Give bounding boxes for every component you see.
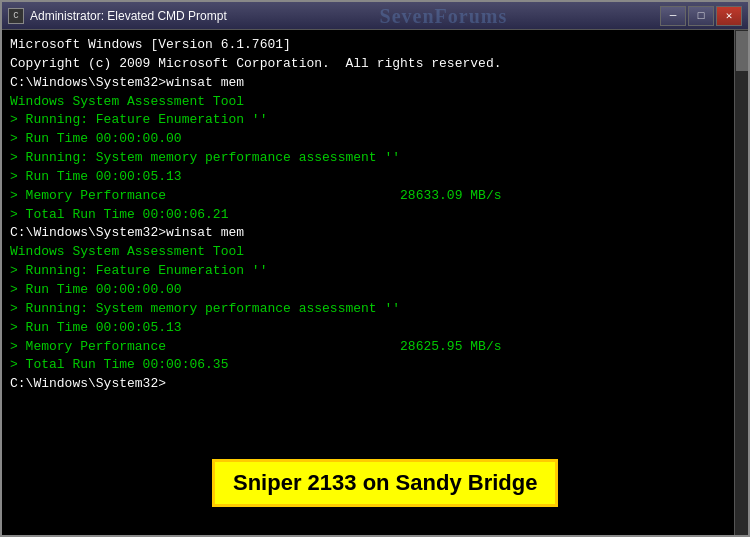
cmd-icon: C: [8, 8, 24, 24]
terminal-line: C:\Windows\System32>winsat mem: [10, 74, 740, 93]
maximize-button[interactable]: □: [688, 6, 714, 26]
terminal-line: Microsoft Windows [Version 6.1.7601]: [10, 36, 740, 55]
watermark: SevenForums: [380, 3, 508, 29]
close-button[interactable]: ✕: [716, 6, 742, 26]
main-window: C Administrator: Elevated CMD Prompt Sev…: [0, 0, 750, 537]
terminal-line: > Memory Performance 28625.95 MB/s: [10, 338, 740, 357]
terminal-line: > Total Run Time 00:00:06.35: [10, 356, 740, 375]
terminal-line: > Run Time 00:00:00.00: [10, 130, 740, 149]
terminal-line: Copyright (c) 2009 Microsoft Corporation…: [10, 55, 740, 74]
terminal-output: Microsoft Windows [Version 6.1.7601]Copy…: [10, 36, 740, 394]
terminal-line: C:\Windows\System32>: [10, 375, 740, 394]
terminal-line: > Running: Feature Enumeration '': [10, 262, 740, 281]
sniper-label: Sniper 2133 on Sandy Bridge: [212, 459, 558, 507]
title-bar-left: C Administrator: Elevated CMD Prompt: [8, 8, 227, 24]
terminal-body: Microsoft Windows [Version 6.1.7601]Copy…: [2, 30, 748, 535]
terminal-line: > Running: System memory performance ass…: [10, 149, 740, 168]
title-bar: C Administrator: Elevated CMD Prompt Sev…: [2, 2, 748, 30]
scrollbar[interactable]: [734, 30, 748, 535]
terminal-line: Windows System Assessment Tool: [10, 243, 740, 262]
minimize-button[interactable]: ─: [660, 6, 686, 26]
title-bar-buttons: ─ □ ✕: [660, 6, 742, 26]
terminal-line: > Run Time 00:00:05.13: [10, 168, 740, 187]
window-title: Administrator: Elevated CMD Prompt: [30, 9, 227, 23]
terminal-line: > Run Time 00:00:05.13: [10, 319, 740, 338]
terminal-line: > Run Time 00:00:00.00: [10, 281, 740, 300]
terminal-line: > Memory Performance 28633.09 MB/s: [10, 187, 740, 206]
terminal-line: > Total Run Time 00:00:06.21: [10, 206, 740, 225]
terminal-line: Windows System Assessment Tool: [10, 93, 740, 112]
terminal-line: > Running: System memory performance ass…: [10, 300, 740, 319]
terminal-line: > Running: Feature Enumeration '': [10, 111, 740, 130]
scrollbar-thumb[interactable]: [736, 31, 748, 71]
terminal-line: C:\Windows\System32>winsat mem: [10, 224, 740, 243]
